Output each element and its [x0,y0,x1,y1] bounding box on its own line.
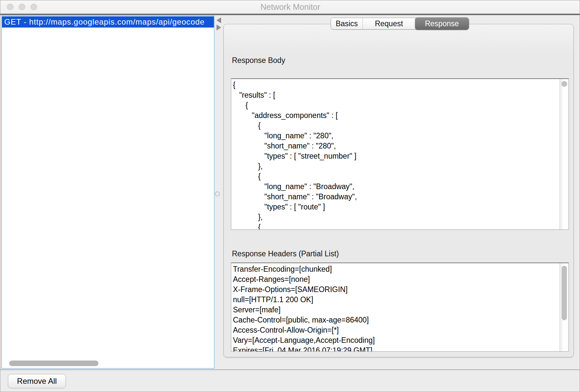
split-divider-grip[interactable] [215,191,220,196]
collapse-left-arrow-icon[interactable] [217,17,221,23]
remove-all-button[interactable]: Remove All [8,374,66,388]
scrollbar-thumb[interactable] [562,266,567,320]
horizontal-scrollbar-thumb[interactable] [9,361,98,366]
window-title: Network Monitor [0,2,580,12]
tab-basics[interactable]: Basics [331,18,362,29]
request-list[interactable]: GET - http://maps.googleapis.com/maps/ap… [1,15,215,369]
request-list-item-selected[interactable]: GET - http://maps.googleapis.com/maps/ap… [2,16,214,28]
request-list-horizontal-scrollbar[interactable] [3,360,213,367]
tab-response[interactable]: Response [415,17,469,30]
titlebar-separator [0,14,580,15]
title-bar: Network Monitor [0,0,580,13]
response-body-scrollbar[interactable] [559,79,569,229]
tab-request[interactable]: Request [362,18,415,29]
response-headers-textarea[interactable]: Transfer-Encoding=[chunked] Accept-Range… [231,263,569,352]
response-body-text: { "results" : [ { "address_components" :… [231,79,569,230]
expand-right-arrow-icon[interactable] [217,25,221,30]
network-monitor-window: Network Monitor GET - http://maps.google… [0,0,580,392]
response-body-label: Response Body [232,56,285,65]
response-body-textarea[interactable]: { "results" : [ { "address_components" :… [231,78,569,230]
tab-bar: Basics Request Response [331,18,469,29]
response-headers-scrollbar[interactable] [559,263,569,351]
response-headers-label: Response Headers (Partial List) [232,249,339,258]
split-pane-bottom-border [0,369,580,370]
response-headers-text: Transfer-Encoding=[chunked] Accept-Range… [231,263,569,352]
scrollbar-thumb[interactable] [561,81,567,87]
